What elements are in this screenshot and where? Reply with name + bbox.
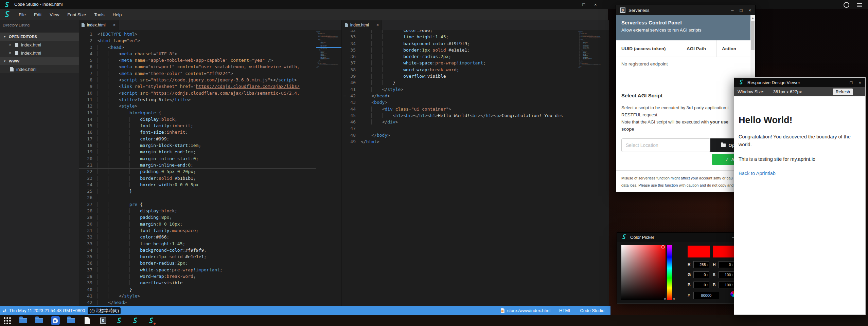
system-menu-icon[interactable] xyxy=(857,3,862,7)
minimap[interactable]: <!DOCTYPE html><html lang="en"> <head> <… xyxy=(316,31,341,302)
code-line-37[interactable]: 37 white-space:pre-wrap!important; xyxy=(79,267,316,273)
code-line-16[interactable]: 16 font-size:inherit; xyxy=(79,129,316,135)
hue-slider[interactable] xyxy=(667,245,672,300)
code-line-11[interactable]: 11 <title>Testing Site</title> xyxy=(79,96,316,103)
menu-view[interactable]: View xyxy=(46,9,63,20)
code-line-40[interactable]: 40 } xyxy=(342,79,578,86)
code-line-6[interactable]: 6 <meta name="viewport" content="user-sc… xyxy=(79,63,316,70)
code-line-38[interactable]: 38 word-wrap:break-word; xyxy=(342,66,578,73)
hex-value-input[interactable]: ff0000 xyxy=(693,292,719,299)
code-line-39[interactable]: 39 overflow:visible xyxy=(342,73,578,79)
code-line-33[interactable]: 33 line-height:1.45; xyxy=(342,34,578,40)
g-value-input[interactable]: 0↕ xyxy=(693,271,709,278)
scrollbar-thumb[interactable] xyxy=(751,21,755,50)
tree-section-open-editors[interactable]: ▼OPEN EDITORS xyxy=(0,33,79,41)
code-line-45[interactable]: 45 <h1><br></h1><h1>Hello World!<br></h1… xyxy=(342,112,578,119)
code-line-23[interactable]: 23 border:solid #b1b1b1; xyxy=(79,175,316,181)
menu-font-size[interactable]: Font Size xyxy=(63,9,90,20)
close-icon[interactable]: × xyxy=(748,6,751,15)
code-studio-1-icon[interactable] xyxy=(114,316,124,325)
code-line-19[interactable]: 19 margin-block-end:1em; xyxy=(79,149,316,155)
close-icon[interactable]: × xyxy=(594,0,597,9)
code-line-2[interactable]: 2<html lang="en"> xyxy=(79,37,316,44)
minimize-icon[interactable]: – xyxy=(841,78,844,87)
code-line-35[interactable]: 35 border:1px solid #e1e1e1; xyxy=(79,253,316,260)
code-line-4[interactable]: 4 <meta charset="UTF-8"> xyxy=(79,51,316,57)
select-location-input[interactable] xyxy=(621,138,710,152)
code-line-25[interactable]: 25 } xyxy=(79,188,316,194)
code-line-28[interactable]: 28 display:block; xyxy=(79,208,316,214)
tree-section-www[interactable]: ▼WWW xyxy=(0,57,79,65)
code-studio-3-icon[interactable] xyxy=(146,316,156,325)
code-line-3[interactable]: 3 <head> xyxy=(79,44,316,51)
code-line-24[interactable]: 24 border-width:0 0 0 5px xyxy=(79,181,316,188)
code-line-5[interactable]: 5 <meta name="apple-mobile-web-app-capab… xyxy=(79,57,316,63)
serverless-title-bar[interactable]: 0 Serverless – □ × xyxy=(616,5,755,15)
code-line-48[interactable]: 48 </body> xyxy=(342,132,578,138)
maximize-icon[interactable]: □ xyxy=(740,6,743,15)
stepper-icon[interactable]: ↕ xyxy=(732,283,733,287)
folder-2-icon[interactable] xyxy=(35,316,44,325)
code-line-43[interactable]: 43 <body> xyxy=(342,99,578,106)
menu-file[interactable]: File xyxy=(15,9,30,20)
status-app-name[interactable]: Code Studio xyxy=(580,308,604,313)
refresh-button[interactable]: Refresh xyxy=(833,89,853,95)
code-line-32[interactable]: 32 color:#666; xyxy=(79,234,316,240)
tree-item-index.html[interactable]: index.html xyxy=(0,65,79,73)
code-line-40[interactable]: 40 } xyxy=(79,286,316,293)
stepper-icon[interactable]: ↕ xyxy=(732,273,733,276)
menu-edit[interactable]: Edit xyxy=(30,9,46,20)
code-line-17[interactable]: 17 color:#999; xyxy=(79,136,316,142)
minimap[interactable]: <!DOCTYPE html><html lang="en"> <head> <… xyxy=(578,31,604,302)
saturation-square[interactable] xyxy=(621,245,666,300)
code-line-42[interactable]: 42 </head> xyxy=(79,299,316,306)
stepper-icon[interactable]: ↕ xyxy=(707,263,708,266)
system-ring-icon[interactable] xyxy=(844,2,849,8)
code-line-41[interactable]: 41 </style> xyxy=(79,293,316,299)
menu-tools[interactable]: Tools xyxy=(90,9,108,20)
menu-help[interactable]: Help xyxy=(109,9,126,20)
saturation-cursor-icon[interactable] xyxy=(661,245,665,249)
serverless-app-icon[interactable]: 0 xyxy=(99,316,108,325)
back-to-aprintlab-link[interactable]: Back to Aprintlab xyxy=(739,171,776,176)
media-player-icon[interactable] xyxy=(51,316,60,325)
status-file-path[interactable]: store:/www/index.html xyxy=(501,308,550,313)
code-line-42[interactable]: −42 </head> xyxy=(342,93,578,99)
r-value-input[interactable]: 255↕ xyxy=(693,261,709,268)
code-line-37[interactable]: 37 white-space:pre-wrap!important; xyxy=(342,60,578,66)
close-tab-icon[interactable]: × xyxy=(113,23,116,27)
code-line-39[interactable]: 39 overflow:visible xyxy=(79,280,316,286)
tree-item-index.html[interactable]: ×index.html xyxy=(0,49,79,57)
s-value-input[interactable]: 100↕ xyxy=(719,271,734,278)
close-tab-icon[interactable]: × xyxy=(376,23,379,27)
code-line-29[interactable]: 29 padding:8px; xyxy=(79,214,316,220)
code-line-49[interactable]: 49</html> xyxy=(342,138,578,145)
code-line-22[interactable]: 22 padding:0 5px 0 20px; xyxy=(79,168,316,175)
code-line-20[interactable]: 20 margin-inline-start:0; xyxy=(79,155,316,162)
code-line-36[interactable]: 36 border-radius:2px; xyxy=(79,260,316,266)
code-line-12[interactable]: 12 <style> xyxy=(79,103,316,109)
code-line-35[interactable]: 35 border:1px solid #e1e1e1; xyxy=(342,47,578,53)
h-value-input[interactable]: 0↕ xyxy=(719,261,734,268)
hue-marker-left-icon[interactable]: ▶ xyxy=(665,298,666,300)
color-swatch-new[interactable] xyxy=(713,246,735,257)
maximize-icon[interactable]: □ xyxy=(582,0,585,9)
folder-1-icon[interactable] xyxy=(19,316,28,325)
code-line-21[interactable]: 21 margin-inline-end:0; xyxy=(79,162,316,168)
code-line-8[interactable]: 8 <script src="https://code.jquery.com/j… xyxy=(79,77,316,83)
viewer-title-bar[interactable]: Responsive Design Viewer – □ × xyxy=(734,78,865,87)
minimize-icon[interactable]: – xyxy=(731,6,733,15)
code-editor[interactable]: 32 color:#666;33 line-height:1.45;34 bac… xyxy=(342,30,578,306)
code-line-14[interactable]: 14 display:block; xyxy=(79,116,316,122)
folder-3-icon[interactable] xyxy=(67,316,76,325)
code-line-46[interactable]: 46 </div> xyxy=(342,119,578,125)
close-icon[interactable]: × xyxy=(9,51,15,55)
maximize-icon[interactable]: □ xyxy=(850,78,853,87)
code-line-47[interactable]: 47 xyxy=(342,125,578,132)
b-value-input[interactable]: 0↕ xyxy=(693,282,709,288)
code-line-13[interactable]: 13 blockquote { xyxy=(79,110,316,116)
code-line-27[interactable]: 27 pre { xyxy=(79,201,316,208)
stepper-icon[interactable]: ↕ xyxy=(707,273,708,276)
code-line-15[interactable]: 15 font-family:inherit; xyxy=(79,122,316,129)
code-line-38[interactable]: 38 word-wrap:break-word; xyxy=(79,273,316,280)
